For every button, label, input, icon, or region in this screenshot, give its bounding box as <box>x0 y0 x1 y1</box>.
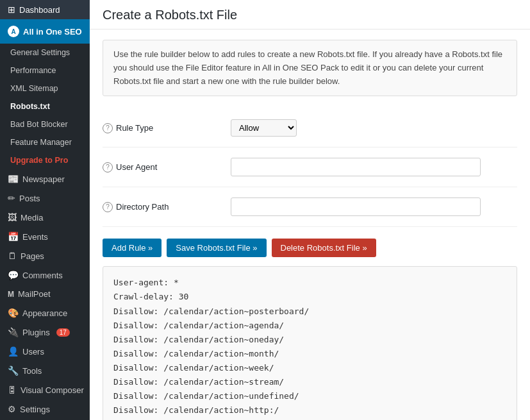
visual-composer-icon: 🎛 <box>8 385 17 395</box>
output-line: Disallow: /calendar/action~oneday/ <box>113 333 506 347</box>
output-line: Disallow: /calendar/action~month/ <box>113 347 506 361</box>
newspaper-icon: 📰 <box>8 174 19 184</box>
posts-icon: ✏ <box>8 193 15 203</box>
user-agent-row: ? User Agent <box>103 147 517 187</box>
sidebar-item-label: Feature Manager <box>10 138 72 147</box>
info-box: Use the rule builder below to add rules … <box>103 40 517 96</box>
sidebar-item-pages[interactable]: 🗒 Pages <box>0 246 90 265</box>
output-line: Disallow: /calendar/action~stream/ <box>113 375 506 389</box>
sidebar-item-visual-composer[interactable]: 🎛 Visual Composer <box>0 380 90 399</box>
sidebar-item-label: Pages <box>21 251 44 261</box>
sidebar-item-label: Media <box>21 213 43 223</box>
sidebar-brand-label: All in One SEO <box>23 27 82 37</box>
content-area: Use the rule builder below to add rules … <box>90 29 530 420</box>
sidebar-item-bad-bot-blocker[interactable]: Bad Bot Blocker <box>0 115 90 133</box>
sidebar-item-newspaper[interactable]: 📰 Newspaper <box>0 169 90 189</box>
sidebar-item-feature-manager[interactable]: Feature Manager <box>0 133 90 151</box>
user-agent-label-group: ? User Agent <box>103 162 231 172</box>
tools-icon: 🔧 <box>8 365 19 376</box>
sidebar-item-label: XML Sitemap <box>10 84 58 93</box>
rule-type-label: Rule Type <box>116 123 153 133</box>
sidebar-item-media[interactable]: 🖼 Media <box>0 208 90 227</box>
sidebar-item-settings[interactable]: ⚙ Settings <box>0 399 90 419</box>
dashboard-icon: ⊞ <box>8 4 15 15</box>
sidebar-item-label: Bad Bot Blocker <box>10 120 68 129</box>
rule-type-select[interactable]: Allow Disallow <box>231 119 297 137</box>
delete-robots-button[interactable]: Delete Robots.txt File » <box>272 239 376 257</box>
sidebar-item-comments[interactable]: 💬 Comments <box>0 265 90 285</box>
sidebar-item-performance[interactable]: Performance <box>0 62 90 80</box>
sidebar-item-plugins[interactable]: 🔌 Plugins 17 <box>0 323 90 342</box>
output-line: Crawl-delay: 30 <box>113 290 506 304</box>
sidebar-item-label: Comments <box>22 271 63 280</box>
main-content: Create a Robots.txt File Use the rule bu… <box>90 0 530 420</box>
sidebar-item-general-settings[interactable]: General Settings <box>0 44 90 62</box>
sidebar-item-label: Robots.txt <box>10 102 50 111</box>
media-icon: 🖼 <box>8 212 17 223</box>
sidebar-item-aioseo[interactable]: A All in One SEO <box>0 19 90 44</box>
sidebar-item-mailpoet[interactable]: M MailPoet <box>0 285 90 303</box>
sidebar-item-appearance[interactable]: 🎨 Appearance <box>0 303 90 323</box>
sidebar-item-robots-txt[interactable]: Robots.txt <box>0 97 90 115</box>
info-text: Use the rule builder below to add rules … <box>113 49 502 86</box>
sidebar-item-label: Appearance <box>22 308 67 318</box>
add-rule-button[interactable]: Add Rule » <box>103 239 161 257</box>
page-title: Create a Robots.txt File <box>90 0 530 29</box>
user-agent-help-icon[interactable]: ? <box>103 162 113 172</box>
sidebar-item-label: Upgrade to Pro <box>10 156 68 165</box>
plugins-badge: 17 <box>56 328 70 337</box>
settings-icon: ⚙ <box>8 404 16 414</box>
sidebar-item-xml-sitemap[interactable]: XML Sitemap <box>0 80 90 97</box>
pages-icon: 🗒 <box>8 251 17 261</box>
sidebar-item-posts[interactable]: ✏ Posts <box>0 189 90 208</box>
directory-path-help-icon[interactable]: ? <box>103 202 113 212</box>
directory-path-label-group: ? Directory Path <box>103 202 231 212</box>
rule-type-row: ? Rule Type Allow Disallow <box>103 109 517 147</box>
save-robots-button[interactable]: Save Robots.txt File » <box>167 239 266 257</box>
sidebar-item-label: Newspaper <box>22 174 65 184</box>
output-line: User-agent: * <box>113 276 506 290</box>
sidebar-item-upgrade[interactable]: Upgrade to Pro <box>0 151 90 169</box>
directory-path-control <box>231 197 517 216</box>
sidebar: ⊞ Dashboard A All in One SEO General Set… <box>0 0 90 420</box>
sidebar-item-label: Plugins <box>22 328 50 337</box>
rule-type-control: Allow Disallow <box>231 119 517 137</box>
sidebar-item-label: General Settings <box>10 48 70 57</box>
sidebar-item-label: Visual Composer <box>21 385 84 395</box>
sidebar-item-tools[interactable]: 🔧 Tools <box>0 361 90 380</box>
output-line: Disallow: /calendar/action~posterboard/ <box>113 305 506 319</box>
sidebar-item-label: MailPoet <box>18 289 51 299</box>
sidebar-item-users[interactable]: 👤 Users <box>0 342 90 361</box>
mailpoet-icon: M <box>8 290 14 299</box>
appearance-icon: 🎨 <box>8 308 19 318</box>
output-line: Disallow: /calendar/action~undefined/ <box>113 389 506 403</box>
user-agent-label: User Agent <box>116 162 157 172</box>
comments-icon: 💬 <box>8 270 19 280</box>
action-buttons: Add Rule » Save Robots.txt File » Delete… <box>103 227 517 266</box>
sidebar-item-label: Performance <box>10 66 56 75</box>
plugins-icon: 🔌 <box>8 327 19 337</box>
output-line: Disallow: /calendar/action~week/ <box>113 361 506 375</box>
directory-path-label: Directory Path <box>116 202 169 212</box>
output-line: Disallow: /calendar/action~agenda/ <box>113 319 506 333</box>
output-line: Disallow: /calendar/action~http:/ <box>113 403 506 417</box>
sidebar-item-label: Posts <box>19 194 40 203</box>
robots-output: User-agent: *Crawl-delay: 30Disallow: /c… <box>103 266 517 420</box>
sidebar-item-events[interactable]: 📅 Events <box>0 227 90 246</box>
aioseo-icon: A <box>8 26 19 37</box>
sidebar-item-label: Settings <box>20 405 50 414</box>
sidebar-item-label: Tools <box>22 366 42 376</box>
directory-path-row: ? Directory Path <box>103 187 517 227</box>
sidebar-item-label: Users <box>22 347 44 357</box>
sidebar-item-label: Dashboard <box>19 5 60 15</box>
events-icon: 📅 <box>8 231 19 242</box>
sidebar-item-label: Events <box>22 232 48 242</box>
rule-type-help-icon[interactable]: ? <box>103 123 113 133</box>
rule-type-label-group: ? Rule Type <box>103 123 231 133</box>
users-icon: 👤 <box>8 346 19 357</box>
user-agent-control <box>231 158 517 176</box>
user-agent-input[interactable] <box>231 158 481 176</box>
directory-path-input[interactable] <box>231 197 481 216</box>
sidebar-item-dashboard[interactable]: ⊞ Dashboard <box>0 0 90 19</box>
